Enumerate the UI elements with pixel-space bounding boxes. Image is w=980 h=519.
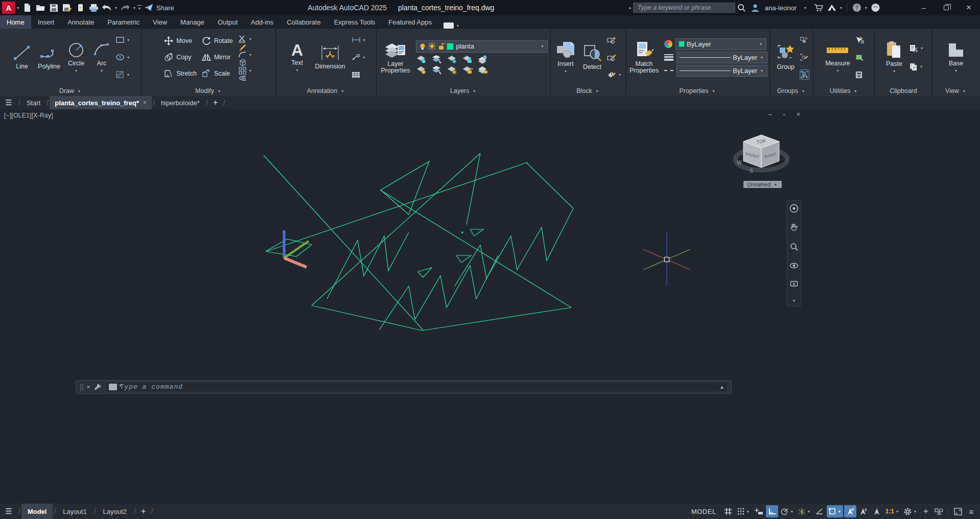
viewport-restore-icon[interactable]: ▫ [783, 111, 785, 118]
linetype-combo[interactable]: ByLayer ▾ [676, 65, 767, 77]
tab-manage[interactable]: Manage [174, 15, 211, 29]
fillet-caret-icon[interactable]: ▾ [248, 53, 253, 57]
leader-button[interactable]: ▾ [352, 52, 367, 62]
isodraft-caret-icon[interactable]: ▾ [807, 509, 811, 514]
copy-clip-caret-icon[interactable]: ▾ [919, 64, 924, 69]
layout1-tab[interactable]: Layout1 [57, 504, 92, 519]
snap-caret-icon[interactable]: ▾ [746, 509, 750, 514]
open-from-mobile-icon[interactable] [74, 2, 87, 14]
autocad-app-icon[interactable]: A [2, 2, 15, 14]
minimize-button[interactable]: – [913, 1, 935, 15]
rotate-button[interactable]: Rotate [202, 34, 233, 48]
tab-parametric[interactable]: Parametric [101, 15, 146, 29]
ortho-mode-toggle[interactable] [766, 505, 778, 517]
move-button[interactable]: Move [164, 34, 197, 48]
panel-label-annotation[interactable]: Annotation▾ [276, 86, 376, 96]
panel-label-block[interactable]: Block▾ [551, 86, 625, 96]
text-caret-icon[interactable]: ▾ [294, 68, 299, 73]
workspace-caret-icon[interactable]: ▾ [913, 509, 917, 514]
drawing-canvas[interactable]: [−][OLE1][X-Ray] – ▫ × W S TOP FRONT RIG… [0, 109, 980, 504]
search-icon[interactable] [735, 2, 749, 14]
pan-hand-icon[interactable] [790, 223, 798, 232]
object-snap-tracking-toggle[interactable] [813, 505, 826, 517]
match-properties-button[interactable]: MatchProperties [628, 40, 660, 75]
file-tab-current[interactable]: planta_cortes_treino_freq* × [50, 96, 152, 109]
insert-caret-icon[interactable]: ▾ [563, 69, 568, 74]
scale-button[interactable]: Scale [202, 67, 233, 80]
viewcube-ucs-menu[interactable]: Unnamed ▾ [743, 181, 782, 188]
full-navigation-wheel-icon[interactable] [789, 204, 799, 213]
user-menu-caret-icon[interactable]: ▾ [803, 6, 808, 10]
layer-unlock-tool-button[interactable] [462, 65, 473, 75]
insert-block-button[interactable]: Insert ▾ [554, 40, 577, 75]
help-icon[interactable]: ? [850, 2, 864, 14]
layer-combo-caret-icon[interactable]: ▾ [540, 44, 545, 49]
command-close-icon[interactable]: × [87, 384, 90, 391]
rectangle-caret-icon[interactable]: ▾ [126, 38, 131, 42]
text-button[interactable]: A Text ▾ [285, 41, 309, 74]
arc-button[interactable]: Arc ▾ [90, 40, 113, 74]
paste-caret-icon[interactable]: ▾ [892, 69, 897, 74]
trim-caret-icon[interactable]: ▾ [248, 37, 253, 41]
osnap-caret-icon[interactable]: ▾ [837, 509, 842, 514]
tab-express-tools[interactable]: Express Tools [328, 15, 382, 29]
make-current-layer-button[interactable] [477, 55, 488, 64]
cut-caret-icon[interactable]: ▾ [919, 46, 924, 51]
viewport-close-icon[interactable]: × [797, 111, 800, 118]
command-line-bar[interactable]: ⣿ × ▲ [76, 380, 732, 394]
panel-label-modify[interactable]: Modify▾ [142, 86, 275, 96]
command-input[interactable] [120, 383, 717, 391]
model-tab[interactable]: Model [21, 504, 53, 519]
close-tab-icon[interactable]: × [143, 99, 147, 106]
polyline-button[interactable]: Polyline [36, 43, 62, 71]
ungroup-button[interactable] [800, 35, 809, 45]
layer-color-swatch[interactable] [447, 43, 454, 50]
explode-button[interactable] [238, 58, 253, 66]
close-button[interactable]: × [958, 1, 980, 15]
app-store-cart-icon[interactable] [812, 2, 825, 14]
layer-properties-button[interactable]: LayerProperties [379, 40, 412, 75]
file-tab-hiperboloide[interactable]: hiperboloide* [156, 96, 205, 109]
object-color-combo[interactable]: ByLayer ▾ [675, 38, 766, 50]
layer-unlock-icon[interactable] [438, 43, 445, 50]
rectangle-tool-button[interactable]: ▾ [115, 35, 131, 45]
panel-label-clipboard[interactable]: Clipboard [875, 86, 932, 96]
isolate-objects-button[interactable] [933, 505, 945, 517]
group-selection-toggle[interactable] [800, 69, 809, 80]
layer-on-bulb-icon[interactable] [419, 43, 426, 50]
workspace-switching-button[interactable]: ▾ [902, 505, 919, 517]
annotation-scale-icon-button[interactable] [871, 505, 883, 517]
dimension-button[interactable]: Dimension [313, 43, 347, 71]
view-cube[interactable]: W S TOP FRONT RIGHT [733, 128, 789, 182]
group-edit-button[interactable] [800, 52, 809, 62]
app-menu-caret-icon[interactable]: ▾ [15, 6, 20, 10]
arc-caret-icon[interactable]: ▾ [99, 68, 104, 73]
panel-label-draw[interactable]: Draw▾ [0, 86, 141, 96]
base-caret-icon[interactable]: ▾ [953, 68, 959, 73]
table-button[interactable] [352, 69, 367, 80]
copy-button[interactable]: Copy [164, 51, 197, 64]
panel-label-properties[interactable]: Properties▾ [626, 86, 769, 96]
snap-mode-toggle[interactable]: ▾ [735, 505, 752, 517]
model-space-indicator[interactable]: MODEL [691, 508, 716, 515]
leader-caret-icon[interactable]: ▾ [362, 55, 367, 60]
layer-lock-button[interactable] [462, 55, 473, 64]
create-block-button[interactable] [607, 35, 622, 45]
copy-clip-button[interactable]: ▾ [909, 61, 924, 72]
tab-view[interactable]: View [146, 15, 174, 29]
ellipse-caret-icon[interactable]: ▾ [126, 55, 131, 60]
new-layout-button[interactable]: + [137, 506, 150, 516]
linear-dimension-button[interactable]: ▾ [352, 35, 367, 45]
base-button[interactable]: Base ▾ [944, 40, 968, 74]
navbar-caret-icon[interactable]: ▾ [791, 298, 797, 303]
layer-thaw-sun-icon[interactable] [428, 42, 436, 50]
dynamic-input-toggle[interactable] [753, 505, 765, 517]
stretch-button[interactable]: Stretch [164, 67, 197, 80]
share-label[interactable]: Share [156, 4, 174, 12]
show-motion-icon[interactable] [790, 280, 798, 288]
panel-label-utilities[interactable]: Utilities▾ [813, 86, 874, 96]
ribbon-display-options[interactable]: ▾ [444, 22, 460, 29]
attributes-caret-icon[interactable]: ▾ [617, 73, 622, 77]
offset-button[interactable] [238, 75, 253, 82]
grid-display-toggle[interactable] [722, 505, 734, 517]
